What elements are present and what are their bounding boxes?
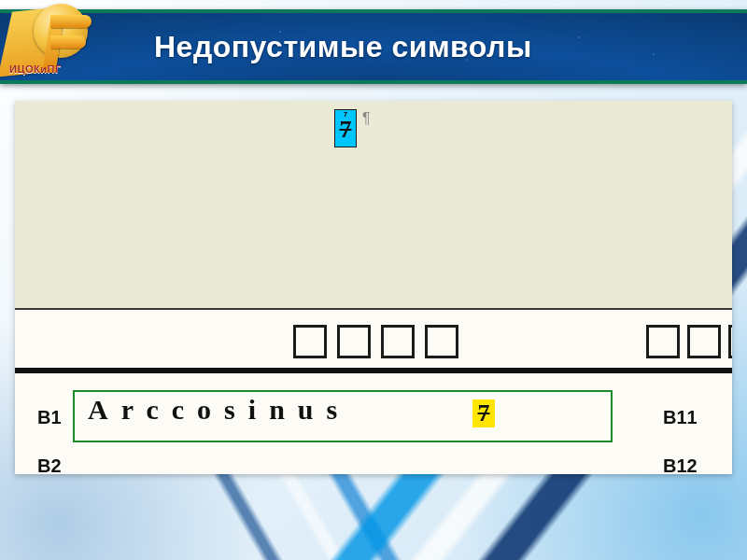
logo-text: ИЦОКиПГ — [9, 63, 62, 75]
slide-title: Недопустимые символы — [154, 30, 532, 64]
content-panel: 7 7 ¶ В1 В11 Arccosinus 7 — [15, 101, 732, 474]
header-ribbon: Недопустимые символы — [0, 9, 747, 84]
label-b2: В2 — [37, 455, 62, 474]
empty-box — [687, 325, 721, 358]
pilcrow-icon: ¶ — [362, 110, 371, 127]
empty-box — [293, 325, 327, 358]
empty-box — [728, 325, 732, 358]
label-b11: В11 — [663, 407, 698, 428]
empty-box — [381, 325, 415, 358]
label-b12: В12 — [663, 455, 698, 474]
big-seven: 7 — [340, 119, 352, 141]
empty-box — [425, 325, 458, 358]
logo: ИЦОКиПГ — [6, 0, 108, 89]
empty-box — [646, 325, 680, 358]
thin-divider — [15, 308, 732, 310]
empty-box-row — [15, 325, 732, 362]
slide-root: Недопустимые символы ИЦОКиПГ 7 7 ¶ — [0, 0, 747, 560]
thick-divider — [15, 368, 732, 373]
form-area: В1 В11 Arccosinus 7 В2 В12 — [15, 308, 732, 474]
highlighted-seven-b1: 7 — [472, 399, 495, 427]
empty-box — [337, 325, 371, 358]
answer-b1-text: Arccosinus — [88, 394, 350, 426]
highlighted-seven-top: 7 7 — [334, 109, 357, 147]
label-b1: В1 — [37, 407, 62, 428]
